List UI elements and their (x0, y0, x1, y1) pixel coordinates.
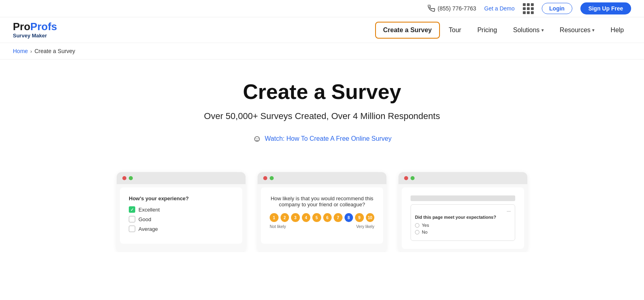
card3-minimize-icon: — (415, 209, 511, 213)
nps-labels: Not likely Very likely (270, 224, 374, 229)
resources-chevron-icon: ▾ (592, 27, 594, 33)
card2-question: How likely is that you would recommend t… (270, 195, 374, 208)
card3-dot-green (411, 176, 415, 180)
nps-label-left: Not likely (270, 224, 286, 229)
get-demo-link[interactable]: Get a Demo (484, 5, 514, 12)
nps-circle-7: 7 (334, 213, 343, 222)
nav-help[interactable]: Help (603, 23, 631, 38)
hero-title: Create a Survey (13, 80, 631, 104)
logo-profs: Profs (30, 21, 57, 33)
breadcrumb: Home › Create a Survey (0, 43, 644, 60)
card1-dot-green (129, 176, 133, 180)
nav-create-survey[interactable]: Create a Survey (375, 22, 440, 39)
breadcrumb-home[interactable]: Home (13, 48, 28, 54)
smiley-icon: ☺ (252, 134, 261, 144)
card2-dot-green (270, 176, 274, 180)
survey-card-3: — Did this page meet your expectations? … (398, 172, 527, 252)
nps-circle-2: 2 (281, 213, 289, 222)
card3-top-bar (411, 195, 515, 201)
nps-circle-10: 10 (366, 213, 375, 222)
card3-body: — Did this page meet your expectations? … (402, 187, 524, 249)
card1-option-average: Average (129, 226, 233, 232)
card1-option-excellent: Excellent (129, 206, 233, 213)
nps-circle-3: 3 (291, 213, 300, 222)
card3-option-yes: Yes (415, 223, 511, 228)
nps-circle-1: 1 (270, 213, 279, 222)
main-nav: ProProfs Survey Maker Create a Survey To… (0, 17, 644, 43)
hero-subtitle: Over 50,000+ Surveys Created, Over 4 Mil… (13, 111, 631, 121)
nps-circle-9: 9 (355, 213, 364, 222)
checkbox-checked-icon (129, 206, 135, 213)
logo-pro: Pro (13, 21, 30, 33)
phone-number: (855) 776-7763 (428, 5, 476, 12)
apps-grid-icon[interactable] (523, 3, 534, 14)
login-button[interactable]: Login (542, 3, 572, 14)
nav-items: Create a Survey Tour Pricing Solutions ▾… (375, 22, 631, 39)
survey-cards-section: How's your experience? Excellent Good Av… (0, 156, 644, 252)
radio-button-icon (415, 223, 419, 228)
nps-label-right: Very likely (356, 224, 374, 229)
card3-titlebar (398, 172, 527, 184)
watch-video-link[interactable]: ☺ Watch: How To Create A Free Online Sur… (252, 134, 391, 144)
top-utility-bar: (855) 776-7763 Get a Demo Login Sign Up … (0, 0, 644, 17)
hero-section: Create a Survey Over 50,000+ Surveys Cre… (0, 60, 644, 156)
nps-circle-5: 5 (312, 213, 321, 222)
watch-label: Watch: How To Create A Free Online Surve… (265, 135, 392, 142)
solutions-chevron-icon: ▾ (541, 27, 544, 33)
nps-circle-6: 6 (323, 213, 332, 222)
card2-body: How likely is that you would recommend t… (261, 187, 383, 244)
nps-circles: 12345678910 (270, 213, 374, 222)
card3-option-no: No (415, 230, 511, 234)
nps-circle-8: 8 (345, 213, 353, 222)
card2-dot-red (263, 176, 267, 180)
card1-dot-red (122, 176, 126, 180)
checkbox-empty-icon (129, 216, 135, 222)
card2-titlebar (258, 172, 386, 184)
survey-card-1: How's your experience? Excellent Good Av… (117, 172, 246, 252)
nav-pricing[interactable]: Pricing (470, 23, 504, 38)
logo[interactable]: ProProfs Survey Maker (13, 21, 57, 39)
card1-question: How's your experience? (129, 195, 233, 201)
nav-tour[interactable]: Tour (442, 23, 469, 38)
card1-option-good: Good (129, 216, 233, 222)
breadcrumb-separator: › (30, 48, 32, 54)
card3-dot-red (404, 176, 408, 180)
logo-subtitle: Survey Maker (13, 33, 57, 39)
nav-resources[interactable]: Resources ▾ (553, 23, 602, 38)
card1-body: How's your experience? Excellent Good Av… (120, 187, 242, 244)
radio-button-icon (415, 230, 419, 234)
card3-question: Did this page meet your expectations? (415, 215, 511, 220)
signup-button[interactable]: Sign Up Free (580, 2, 631, 14)
nav-solutions[interactable]: Solutions ▾ (506, 23, 551, 38)
card1-titlebar (117, 172, 246, 184)
card3-popup: — Did this page meet your expectations? … (411, 204, 515, 241)
survey-card-2: How likely is that you would recommend t… (258, 172, 386, 252)
checkbox-empty-icon (129, 226, 135, 232)
nps-circle-4: 4 (302, 213, 311, 222)
breadcrumb-current: Create a Survey (35, 48, 75, 54)
